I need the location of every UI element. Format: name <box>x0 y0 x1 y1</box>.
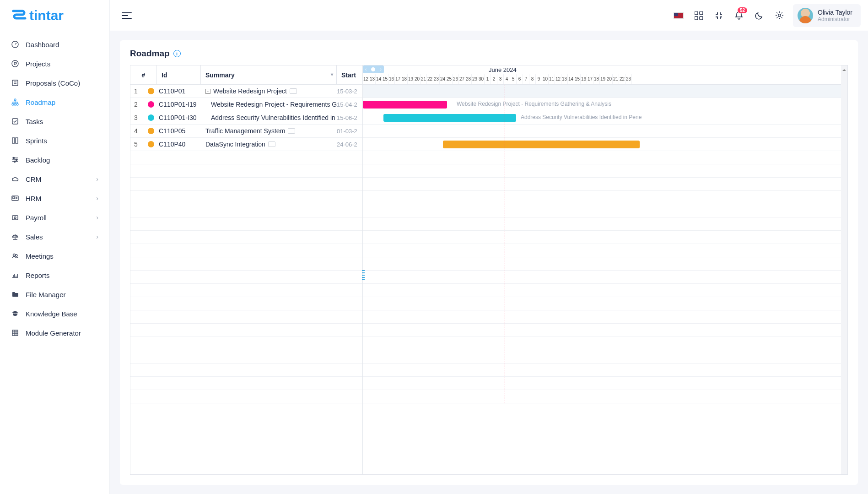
sidebar-item-projects[interactable]: Projects <box>0 54 109 73</box>
sidebar-item-label: CRM <box>26 175 41 183</box>
grad-icon <box>11 309 19 318</box>
gantt-bar-label: Address Security Vulnerabilities Identif… <box>521 114 642 120</box>
col-header-number[interactable]: # <box>130 65 157 84</box>
pay-icon <box>11 213 19 222</box>
checkbox[interactable] <box>268 141 275 147</box>
sidebar-item-dashboard[interactable]: Dashboard <box>0 35 109 54</box>
today-marker <box>505 85 505 403</box>
chevron-right-icon: › <box>96 214 98 221</box>
svg-point-18 <box>16 255 17 256</box>
sidebar-item-module-generator[interactable]: Module Generator <box>0 323 109 342</box>
table-row[interactable]: 5C110P40DataSync Integration24-06-2 <box>130 138 362 151</box>
cell-summary: Address Security Vulnerabilities Identif… <box>201 114 337 121</box>
gantt-bar[interactable] <box>383 114 516 122</box>
timeline-day: 18 <box>593 74 600 84</box>
sidebar-item-backlog[interactable]: Backlog <box>0 150 109 169</box>
avatar <box>798 8 813 23</box>
sidebar: tintar DashboardProjectsProposals (CoCo)… <box>0 0 110 494</box>
timeline-day: 24 <box>440 74 446 84</box>
table-row[interactable]: 2C110P01-I19Website Redesign Project - R… <box>130 98 362 111</box>
empty-row <box>130 191 362 204</box>
gantt-timeline[interactable]: ‹› June 2024 121314151617181920212223242… <box>363 65 847 474</box>
sidebar-item-payroll[interactable]: Payroll› <box>0 208 109 227</box>
fullscreen-exit-button[interactable] <box>709 5 729 26</box>
status-dot <box>148 114 154 121</box>
scrollbar-vertical[interactable] <box>841 65 847 474</box>
timeline-row <box>363 164 847 178</box>
settings-button[interactable] <box>769 5 789 26</box>
splitter-handle[interactable] <box>362 270 365 280</box>
language-flag-button[interactable] <box>669 5 689 26</box>
menu-toggle-button[interactable] <box>120 7 136 24</box>
checkbox[interactable] <box>290 88 297 94</box>
sidebar-item-roadmap[interactable]: Roadmap <box>0 92 109 112</box>
sidebar-item-sprints[interactable]: Sprints <box>0 131 109 150</box>
timeline-day: 25 <box>446 74 453 84</box>
tree-toggle[interactable]: - <box>205 89 210 94</box>
sidebar-item-tasks[interactable]: Tasks <box>0 112 109 131</box>
sidebar-item-reports[interactable]: Reports <box>0 266 109 285</box>
sidebar-item-file-manager[interactable]: File Manager <box>0 285 109 304</box>
sidebar-item-label: Payroll <box>26 214 47 222</box>
logo-icon <box>11 9 27 22</box>
user-menu-button[interactable]: Olivia Taylor Administrator <box>793 4 861 27</box>
svg-rect-8 <box>12 138 15 143</box>
col-header-summary[interactable]: Summary <box>201 65 337 84</box>
status-dot <box>148 88 154 94</box>
timeline-nav[interactable]: ‹› <box>363 65 384 73</box>
gantt-bar[interactable] <box>443 141 640 148</box>
sidebar-item-crm[interactable]: CRM› <box>0 169 109 189</box>
scale-icon <box>11 233 19 241</box>
empty-row <box>130 164 362 178</box>
empty-row <box>130 337 362 350</box>
timeline-day: 12 <box>363 74 369 84</box>
timeline-row <box>363 231 847 244</box>
timeline-day: 15 <box>574 74 581 84</box>
table-row[interactable]: 4C110P05Traffic Management System01-03-2 <box>130 125 362 138</box>
col-header-start[interactable]: Start <box>337 65 362 84</box>
table-row[interactable]: 3C110P01-I30Address Security Vulnerabili… <box>130 111 362 125</box>
gantt-bar[interactable] <box>363 101 447 109</box>
sidebar-item-meetings[interactable]: Meetings <box>0 246 109 266</box>
cell-id: C110P01-I19 <box>157 101 201 108</box>
sidebar-item-hrm[interactable]: HRM› <box>0 189 109 208</box>
gauge-icon <box>11 40 19 49</box>
timeline-month-label: June 2024 <box>489 66 517 73</box>
notifications-button[interactable]: 52 <box>729 5 749 26</box>
timeline-row <box>363 125 847 138</box>
timeline-row <box>363 364 847 377</box>
timeline-day: 18 <box>401 74 408 84</box>
timeline-day: 7 <box>523 74 529 84</box>
sidebar-item-knowledge-base[interactable]: Knowledge Base <box>0 304 109 323</box>
timeline-day: 9 <box>536 74 542 84</box>
timeline-row <box>363 217 847 231</box>
table-row[interactable]: 1C110P01-Website Redesign Project15-03-2 <box>130 85 362 98</box>
logo[interactable]: tintar <box>0 0 109 31</box>
cell-id: C110P01 <box>157 87 201 95</box>
timeline-day: 23 <box>625 74 632 84</box>
apps-grid-button[interactable] <box>689 5 709 26</box>
svg-rect-14 <box>13 197 15 199</box>
cell-start: 15-06-2 <box>337 114 362 121</box>
timeline-row <box>363 324 847 337</box>
timeline-day: 4 <box>504 74 510 84</box>
timeline-day: 21 <box>421 74 427 84</box>
gantt-bar-label: Website Redesign Project - Requirements … <box>457 101 611 107</box>
cell-summary: Website Redesign Project - Requirements … <box>201 101 337 108</box>
timeline-day: 30 <box>478 74 485 84</box>
info-icon[interactable]: i <box>173 50 181 57</box>
sidebar-item-sales[interactable]: Sales› <box>0 227 109 246</box>
sidebar-item-label: Sprints <box>26 137 47 145</box>
timeline-day: 8 <box>529 74 536 84</box>
svg-point-5 <box>14 103 16 105</box>
sidebar-item-proposals-coco-[interactable]: Proposals (CoCo) <box>0 73 109 92</box>
col-header-id[interactable]: Id <box>157 65 201 84</box>
svg-point-6 <box>16 103 18 105</box>
svg-point-10 <box>13 157 15 159</box>
checkbox[interactable] <box>288 128 295 134</box>
status-dot <box>148 141 154 147</box>
timeline-day: 17 <box>395 74 401 84</box>
id-icon <box>11 194 19 202</box>
theme-toggle-button[interactable] <box>749 5 769 26</box>
sidebar-item-label: Proposals (CoCo) <box>26 79 80 87</box>
